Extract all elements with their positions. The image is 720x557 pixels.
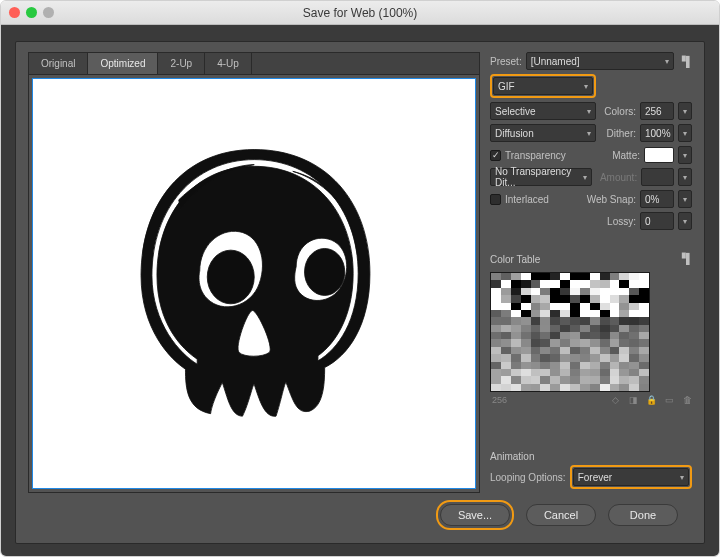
color-swatch[interactable] [501,273,511,280]
color-swatch[interactable] [610,317,620,324]
color-swatch[interactable] [570,384,580,391]
color-swatch[interactable] [600,332,610,339]
color-swatch[interactable] [560,362,570,369]
close-window-button[interactable] [9,7,20,18]
color-swatch[interactable] [570,288,580,295]
color-swatch[interactable] [610,384,620,391]
color-swatch[interactable] [491,288,501,295]
color-swatch[interactable] [491,347,501,354]
color-swatch[interactable] [610,332,620,339]
color-swatch[interactable] [540,362,550,369]
color-swatch[interactable] [619,339,629,346]
transparency-dither-dropdown[interactable]: No Transparency Dit... ▾ [490,168,592,186]
color-swatch[interactable] [540,295,550,302]
color-swatch[interactable] [521,317,531,324]
minimize-window-button[interactable] [26,7,37,18]
color-swatch[interactable] [550,295,560,302]
color-swatch[interactable] [590,325,600,332]
color-swatch[interactable] [629,310,639,317]
color-swatch[interactable] [560,295,570,302]
color-swatch[interactable] [511,376,521,383]
color-swatch[interactable] [540,317,550,324]
color-swatch[interactable] [511,332,521,339]
color-swatch[interactable] [600,280,610,287]
color-swatch[interactable] [629,354,639,361]
color-swatch[interactable] [491,362,501,369]
color-swatch[interactable] [619,303,629,310]
color-swatch[interactable] [550,273,560,280]
color-swatch[interactable] [511,303,521,310]
color-swatch[interactable] [629,303,639,310]
color-swatch[interactable] [531,310,541,317]
color-swatch[interactable] [639,384,649,391]
color-swatch[interactable] [491,303,501,310]
transparency-checkbox[interactable]: ✓ [490,150,501,161]
color-swatch[interactable] [610,295,620,302]
color-swatch[interactable] [629,317,639,324]
color-swatch[interactable] [570,347,580,354]
color-swatch[interactable] [511,288,521,295]
color-swatch[interactable] [540,310,550,317]
color-swatch[interactable] [580,317,590,324]
color-swatch[interactable] [639,347,649,354]
color-swatch[interactable] [491,332,501,339]
cancel-button[interactable]: Cancel [526,504,596,526]
color-swatch[interactable] [491,376,501,383]
color-swatch[interactable] [550,339,560,346]
preset-flyout-menu[interactable]: ▝▌ [678,56,692,67]
color-swatch[interactable] [511,347,521,354]
color-swatch[interactable] [590,310,600,317]
color-swatch[interactable] [590,317,600,324]
color-swatch[interactable] [619,280,629,287]
color-swatch[interactable] [619,310,629,317]
color-swatch[interactable] [531,288,541,295]
color-swatch[interactable] [540,332,550,339]
color-swatch[interactable] [600,303,610,310]
color-swatch[interactable] [619,369,629,376]
color-swatch[interactable] [570,325,580,332]
color-swatch[interactable] [619,325,629,332]
color-swatch[interactable] [560,332,570,339]
color-swatch[interactable] [590,354,600,361]
color-swatch[interactable] [600,325,610,332]
color-swatch[interactable] [531,332,541,339]
color-swatch[interactable] [639,303,649,310]
color-swatch[interactable] [610,347,620,354]
color-swatch[interactable] [639,362,649,369]
lock-color-icon[interactable]: 🔒 [646,395,656,405]
color-swatch[interactable] [560,280,570,287]
color-swatch[interactable] [521,303,531,310]
color-swatch[interactable] [570,354,580,361]
color-swatch[interactable] [629,288,639,295]
color-swatch[interactable] [521,295,531,302]
color-swatch[interactable] [531,369,541,376]
color-swatch[interactable] [590,273,600,280]
color-swatch[interactable] [550,362,560,369]
color-swatch[interactable] [511,295,521,302]
color-swatch[interactable] [550,310,560,317]
color-swatch[interactable] [570,310,580,317]
color-swatch[interactable] [491,317,501,324]
matte-dropdown[interactable]: ▾ [678,146,692,164]
preview-canvas[interactable] [32,78,476,489]
color-swatch[interactable] [629,347,639,354]
color-swatch[interactable] [521,273,531,280]
color-swatch[interactable] [550,280,560,287]
color-swatch[interactable] [531,362,541,369]
color-swatch[interactable] [590,332,600,339]
dither-method-dropdown[interactable]: Diffusion ▾ [490,124,596,142]
looping-options-dropdown[interactable]: Forever ▾ [573,468,689,486]
color-swatch[interactable] [521,376,531,383]
color-swatch[interactable] [619,273,629,280]
color-swatch[interactable] [501,339,511,346]
color-swatch[interactable] [540,303,550,310]
color-swatch[interactable] [590,376,600,383]
websnap-input[interactable]: 0% [640,190,674,208]
color-swatch[interactable] [629,376,639,383]
color-swatch[interactable] [629,332,639,339]
lossy-stepper[interactable]: ▾ [678,212,692,230]
color-swatch[interactable] [560,273,570,280]
color-swatch[interactable] [550,332,560,339]
color-swatch[interactable] [629,325,639,332]
color-swatch[interactable] [560,354,570,361]
